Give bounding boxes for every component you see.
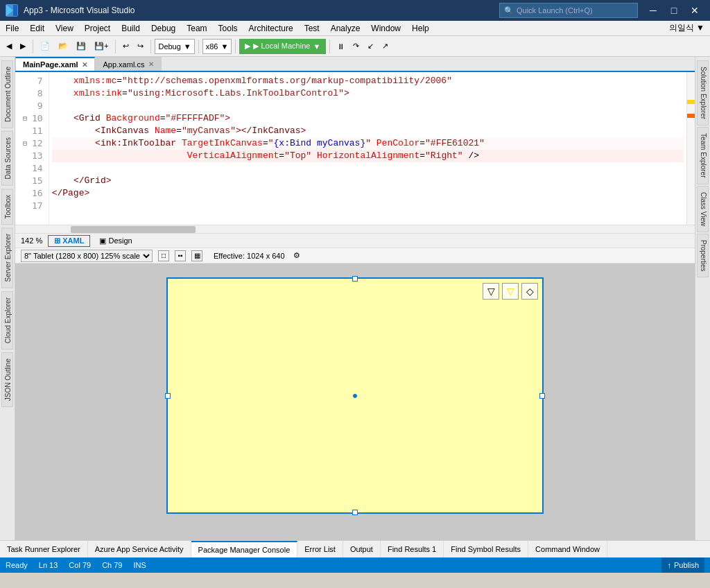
pen-tool-button[interactable]: ▽	[483, 283, 499, 300]
bottom-tab-find-symbol[interactable]: Find Symbol Results	[444, 541, 528, 558]
platform-dropdown[interactable]: x86 ▼	[202, 39, 232, 54]
toolbar-back[interactable]: ◀	[3, 38, 15, 55]
fold-10[interactable]: ⊟	[21, 112, 29, 125]
toolbar-breakpoints[interactable]: ⏸	[334, 38, 348, 55]
handle-center[interactable]	[353, 394, 357, 398]
toolbar-sep-5	[235, 40, 236, 53]
menu-analyze[interactable]: Analyze	[325, 21, 366, 36]
toolbar-save-all[interactable]: 💾+	[91, 38, 112, 55]
close-button[interactable]: ✕	[685, 3, 704, 17]
menu-tools[interactable]: Tools	[213, 21, 243, 36]
tab-app-xaml-cs-close[interactable]: ✕	[148, 60, 154, 68]
toolbar-step-in[interactable]: ↙	[364, 38, 377, 55]
code-line-11: <InkCanvas Name="myCanvas"></InkCanvas>	[52, 125, 684, 137]
toolbar-undo[interactable]: ↩	[119, 38, 132, 55]
bottom-tab-azure[interactable]: Azure App Service Activity	[88, 541, 191, 558]
status-ins: INS	[133, 561, 146, 569]
design-toolbar: ▽ ▽ ◇	[483, 283, 538, 300]
toolbar-save[interactable]: 💾	[73, 38, 89, 55]
menu-help[interactable]: Help	[406, 21, 435, 36]
tab-mainpage-xaml[interactable]: MainPage.xaml ✕	[15, 57, 95, 71]
menu-window[interactable]: Window	[365, 21, 406, 36]
handle-bottom-center[interactable]	[352, 510, 358, 515]
menu-architecture[interactable]: Architecture	[243, 21, 299, 36]
line-numbers: 7 8 9 ⊟10 11 ⊟12 13 14 15 16 17	[15, 72, 49, 225]
menu-team[interactable]: Team	[181, 21, 212, 36]
sidebar-tab-json-outline[interactable]: JSON Outline	[1, 352, 13, 407]
toolbar-step-over[interactable]: ↷	[349, 38, 363, 55]
toolbar-forward[interactable]: ▶	[17, 38, 29, 55]
zoom-level[interactable]: 142 %	[21, 236, 42, 245]
editor-area: MainPage.xaml ✕ App.xaml.cs ✕ 7 8 9 ⊟10 …	[15, 57, 695, 540]
line-7: 7	[21, 75, 43, 87]
toolbar-open[interactable]: 📂	[55, 38, 71, 55]
status-bar: Ready Ln 13 Col 79 Ch 79 INS ↑ Publish	[0, 557, 710, 573]
toolbar-sep-2	[115, 40, 116, 53]
tab-xaml[interactable]: ⊞ XAML	[48, 235, 90, 247]
bottom-tab-package-manager[interactable]: Package Manager Console	[191, 541, 298, 558]
sidebar-tab-toolbox[interactable]: Toolbox	[1, 189, 13, 225]
code-editor[interactable]: 7 8 9 ⊟10 11 ⊟12 13 14 15 16 17 xmlns:mc…	[15, 72, 695, 225]
view-btn-grid[interactable]: ▦	[191, 250, 202, 261]
tab-bar: MainPage.xaml ✕ App.xaml.cs ✕	[15, 57, 695, 72]
design-canvas-wrapper: ▽ ▽ ◇	[166, 277, 544, 514]
eraser-tool-button[interactable]: ◇	[521, 283, 538, 300]
toolbar-step-out[interactable]: ↗	[379, 38, 392, 55]
handle-middle-left[interactable]	[165, 393, 171, 399]
tab-design[interactable]: ▣ Design	[93, 235, 138, 247]
search-icon: 🔍	[504, 6, 514, 15]
view-btn-split[interactable]: ▪▪	[175, 250, 186, 261]
menu-debug[interactable]: Debug	[146, 21, 181, 36]
publish-button[interactable]: ↑ Publish	[661, 557, 704, 573]
sidebar-tab-class-view[interactable]: Class View	[697, 186, 709, 232]
maximize-button[interactable]: □	[664, 3, 684, 17]
highlighter-tool-button[interactable]: ▽	[502, 283, 519, 300]
sidebar-tab-data-sources[interactable]: Data Sources	[1, 131, 13, 186]
bottom-tab-output[interactable]: Output	[343, 541, 381, 558]
minimize-button[interactable]: ─	[643, 3, 663, 17]
line-12: ⊟12	[21, 137, 43, 150]
bottom-panel: Task Runner Explorer Azure App Service A…	[0, 540, 710, 557]
sidebar-tab-properties[interactable]: Properties	[697, 234, 709, 278]
user-area[interactable]: 의일식 ▼	[664, 22, 710, 34]
bottom-tab-command-window[interactable]: Command Window	[528, 541, 607, 558]
code-hscroll[interactable]	[15, 225, 695, 233]
handle-top-center[interactable]	[352, 276, 358, 282]
sidebar-tab-team-explorer[interactable]: Team Explorer	[697, 127, 709, 184]
toolbar-sep-6	[329, 40, 330, 53]
menu-build[interactable]: Build	[116, 21, 146, 36]
code-line-9	[52, 100, 684, 112]
bottom-tab-error-list[interactable]: Error List	[297, 541, 343, 558]
main-layout: Document Outline Data Sources Toolbox Se…	[0, 57, 710, 540]
config-dropdown[interactable]: Debug ▼	[155, 39, 194, 54]
sidebar-tab-document-outline[interactable]: Document Outline	[1, 60, 13, 128]
view-btn-single[interactable]: □	[158, 250, 169, 261]
menu-file[interactable]: File	[0, 21, 24, 36]
toolbar-new[interactable]: 📄	[37, 38, 53, 55]
tab-design-label: Design	[109, 236, 132, 245]
quick-launch-box[interactable]: 🔍	[499, 3, 638, 18]
sidebar-tab-solution-explorer[interactable]: Solution Explorer	[697, 60, 709, 126]
effective-resolution: Effective: 1024 x 640	[214, 252, 285, 260]
menu-view[interactable]: View	[50, 21, 79, 36]
code-hscroll-thumb[interactable]	[71, 226, 196, 233]
code-line-7: xmlns:mc="http://schemas.openxmlformats.…	[52, 75, 684, 87]
bottom-tab-task-runner[interactable]: Task Runner Explorer	[0, 541, 88, 558]
device-selector[interactable]: 8" Tablet (1280 x 800) 125% scale	[21, 250, 153, 262]
quick-launch-input[interactable]	[517, 6, 627, 15]
menu-edit[interactable]: Edit	[24, 21, 50, 36]
bottom-tab-find-results-1[interactable]: Find Results 1	[381, 541, 444, 558]
tab-app-xaml-cs[interactable]: App.xaml.cs ✕	[95, 57, 162, 71]
fold-12[interactable]: ⊟	[21, 137, 29, 150]
sidebar-tab-server-explorer[interactable]: Server Explorer	[1, 227, 13, 288]
code-line-15: </Grid>	[52, 175, 684, 187]
handle-middle-right[interactable]	[539, 393, 545, 399]
sidebar-tab-cloud-explorer[interactable]: Cloud Explorer	[1, 291, 13, 349]
settings-icon[interactable]: ⚙	[293, 251, 300, 260]
menu-test[interactable]: Test	[299, 21, 325, 36]
menu-project[interactable]: Project	[79, 21, 116, 36]
toolbar-redo[interactable]: ↪	[134, 38, 147, 55]
run-button[interactable]: ▶ ▶ Local Machine ▼	[239, 39, 326, 54]
status-col: Col 79	[69, 561, 91, 569]
tab-mainpage-xaml-close[interactable]: ✕	[82, 61, 87, 69]
